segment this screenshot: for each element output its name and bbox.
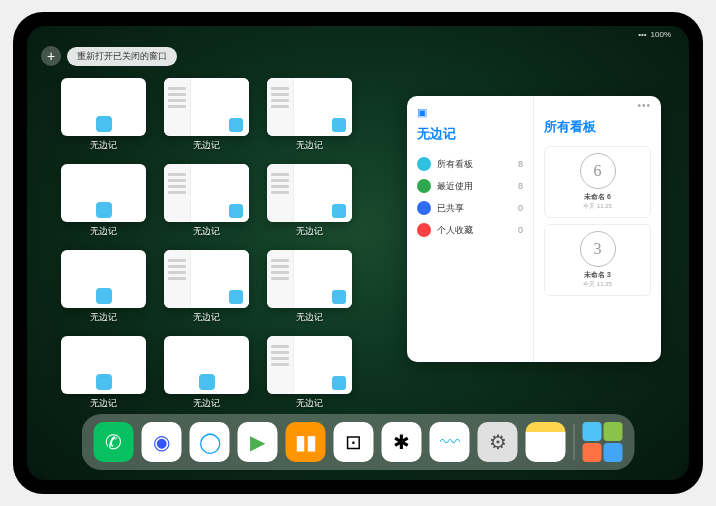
app-thumbnail[interactable]: 无边记 [164, 250, 249, 324]
board-card[interactable]: 6未命名 6今天 11:25 [544, 146, 651, 218]
network-icon[interactable]: ✱ [382, 422, 422, 462]
thumbnail-label: 无边记 [90, 311, 117, 324]
app-thumbnail[interactable]: 无边记 [267, 336, 352, 410]
sidebar-item-label: 个人收藏 [437, 224, 518, 237]
panel-content: 所有看板 6未命名 6今天 11:253未命名 3今天 11:25 [534, 96, 661, 362]
board-name: 未命名 3 [551, 270, 644, 280]
sidebar-item-count: 0 [518, 203, 523, 213]
reopen-closed-window-button[interactable]: 重新打开已关闭的窗口 [67, 47, 177, 66]
panel-sidebar: ▣ 无边记 所有看板8最近使用8已共享0个人收藏0 [407, 96, 534, 362]
books-icon[interactable]: ▮▮ [286, 422, 326, 462]
thumbnail-label: 无边记 [90, 139, 117, 152]
dock: ✆◉◯▶▮▮⊡✱〰⚙ [82, 414, 635, 470]
thumbnail-window[interactable] [164, 78, 249, 136]
thumbnail-window[interactable] [164, 164, 249, 222]
sidebar-toggle-icon[interactable]: ▣ [417, 106, 523, 119]
thumbnail-window[interactable] [61, 250, 146, 308]
signal-icon: ••• [638, 30, 646, 39]
sidebar-item-count: 8 [518, 159, 523, 169]
board-time: 今天 11:25 [551, 280, 644, 289]
recent-app-icon [604, 443, 623, 462]
recent-app-icon [604, 422, 623, 441]
app-thumbnail[interactable]: 无边记 [164, 164, 249, 238]
app-thumbnail[interactable]: 无边记 [164, 78, 249, 152]
settings-icon[interactable]: ⚙ [478, 422, 518, 462]
thumbnail-label: 无边记 [296, 139, 323, 152]
thumbnail-label: 无边记 [193, 225, 220, 238]
sidebar-item[interactable]: 个人收藏0 [417, 219, 523, 241]
ipad-frame: ••• 100% + 重新打开已关闭的窗口 无边记无边记无边记无边记无边记无边记… [13, 12, 703, 494]
browser-icon[interactable]: ◉ [142, 422, 182, 462]
freeform-panel[interactable]: ••• ▣ 无边记 所有看板8最近使用8已共享0个人收藏0 所有看板 6未命名 … [407, 96, 661, 362]
board-time: 今天 11:25 [551, 202, 644, 211]
sidebar-item[interactable]: 最近使用8 [417, 175, 523, 197]
dock-recent-apps[interactable] [583, 422, 623, 462]
thumbnail-label: 无边记 [296, 311, 323, 324]
app-switcher-grid: 无边记无边记无边记无边记无边记无边记无边记无边记无边记无边记无边记无边记 [61, 78, 461, 410]
board-name: 未命名 6 [551, 192, 644, 202]
top-bar: + 重新打开已关闭的窗口 [41, 46, 177, 66]
status-bar: ••• 100% [638, 30, 671, 39]
qq-browser-icon[interactable]: ◯ [190, 422, 230, 462]
board-sketch: 3 [580, 231, 616, 267]
thumbnail-window[interactable] [164, 250, 249, 308]
sidebar-item-label: 已共享 [437, 202, 518, 215]
thumbnail-window[interactable] [267, 336, 352, 394]
thumbnail-window[interactable] [164, 336, 249, 394]
dock-divider [574, 424, 575, 460]
thumbnail-label: 无边记 [90, 397, 117, 410]
app-thumbnail[interactable]: 无边记 [61, 164, 146, 238]
thumbnail-label: 无边记 [193, 139, 220, 152]
sidebar-item-label: 所有看板 [437, 158, 518, 171]
thumbnail-window[interactable] [61, 336, 146, 394]
battery-label: 100% [651, 30, 671, 39]
app-thumbnail[interactable]: 无边记 [164, 336, 249, 410]
thumbnail-label: 无边记 [296, 225, 323, 238]
sidebar-item-icon [417, 201, 431, 215]
thumbnail-label: 无边记 [296, 397, 323, 410]
thumbnail-label: 无边记 [90, 225, 117, 238]
thumbnail-window[interactable] [267, 250, 352, 308]
freeform-icon[interactable]: 〰 [430, 422, 470, 462]
sidebar-item-icon [417, 157, 431, 171]
app-thumbnail[interactable]: 无边记 [61, 336, 146, 410]
thumbnail-window[interactable] [61, 164, 146, 222]
sidebar-item-count: 0 [518, 225, 523, 235]
thumbnail-window[interactable] [267, 78, 352, 136]
sidebar-item-label: 最近使用 [437, 180, 518, 193]
sidebar-item-icon [417, 179, 431, 193]
panel-right-title: 所有看板 [544, 118, 651, 136]
thumbnail-window[interactable] [61, 78, 146, 136]
app-thumbnail[interactable]: 无边记 [61, 250, 146, 324]
board-card[interactable]: 3未命名 3今天 11:25 [544, 224, 651, 296]
board-sketch: 6 [580, 153, 616, 189]
sidebar-item[interactable]: 已共享0 [417, 197, 523, 219]
sidebar-item[interactable]: 所有看板8 [417, 153, 523, 175]
thumbnail-window[interactable] [267, 164, 352, 222]
panel-left-title: 无边记 [417, 125, 523, 143]
add-button[interactable]: + [41, 46, 61, 66]
sidebar-item-icon [417, 223, 431, 237]
panel-more-icon[interactable]: ••• [637, 100, 651, 111]
recent-app-icon [583, 443, 602, 462]
dice-icon[interactable]: ⊡ [334, 422, 374, 462]
thumbnail-label: 无边记 [193, 397, 220, 410]
recent-app-icon [583, 422, 602, 441]
app-thumbnail[interactable]: 无边记 [267, 78, 352, 152]
wechat-icon[interactable]: ✆ [94, 422, 134, 462]
thumbnail-label: 无边记 [193, 311, 220, 324]
sidebar-item-count: 8 [518, 181, 523, 191]
app-thumbnail[interactable]: 无边记 [267, 164, 352, 238]
play-icon[interactable]: ▶ [238, 422, 278, 462]
screen: ••• 100% + 重新打开已关闭的窗口 无边记无边记无边记无边记无边记无边记… [27, 26, 689, 480]
notes-icon[interactable] [526, 422, 566, 462]
app-thumbnail[interactable]: 无边记 [61, 78, 146, 152]
app-thumbnail[interactable]: 无边记 [267, 250, 352, 324]
